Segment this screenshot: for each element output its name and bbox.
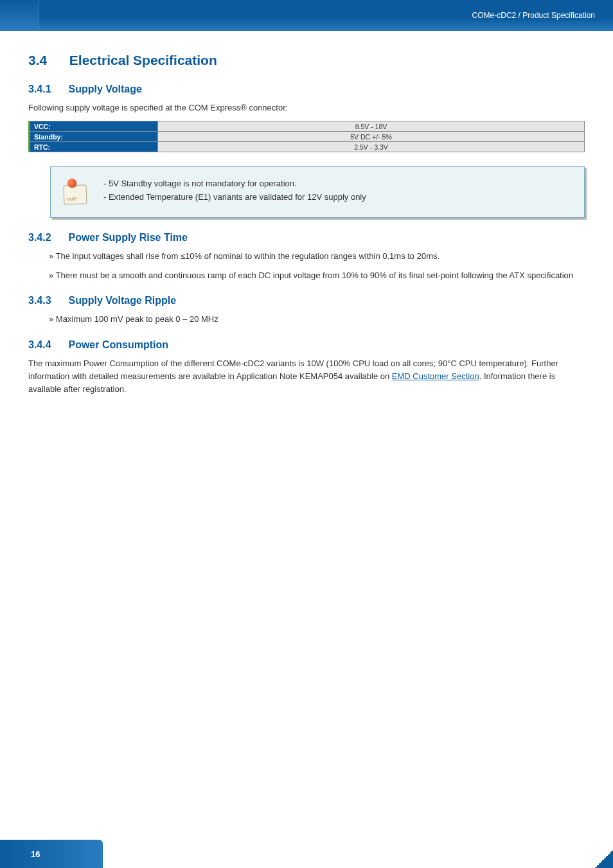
heading-number: 3.4.3 <box>28 295 66 306</box>
bullet-paragraph: » Maximum 100 mV peak to peak 0 – 20 MHz <box>49 313 585 326</box>
supply-voltage-table: VCC: 8.5V - 18V Standby: 5V DC +/- 5% RT… <box>28 121 585 152</box>
note-pin-icon <box>62 180 89 207</box>
section-3-4-3: 3.4.3 Supply Voltage Ripple » Maximum 10… <box>28 295 585 326</box>
page-header: COMe-cDC2 / Product Specification <box>0 0 613 31</box>
heading-3-4-1: 3.4.1 Supply Voltage <box>28 84 585 95</box>
row-label: RTC: <box>30 142 158 152</box>
section-3-4-1: 3.4.1 Supply Voltage Following supply vo… <box>28 84 585 218</box>
heading-number: 3.4.1 <box>28 84 66 95</box>
page-body: 3.4 Electrical Specification 3.4.1 Suppl… <box>0 31 613 396</box>
bullet-paragraph: » The input voltages shall rise from ≤10… <box>49 250 585 263</box>
note-text: - 5V Standby voltage is not mandatory fo… <box>103 177 366 204</box>
note-line: - 5V Standby voltage is not mandatory fo… <box>103 177 366 191</box>
page-footer: 16 <box>0 840 613 868</box>
paragraph: The maximum Power Consumption of the dif… <box>28 357 585 396</box>
heading-number: 3.4 <box>28 53 66 68</box>
heading-3-4-2: 3.4.2 Power Supply Rise Time <box>28 232 585 244</box>
bullet-paragraph: » There must be a smooth and continuous … <box>49 269 585 282</box>
heading-3-4-3: 3.4.3 Supply Voltage Ripple <box>28 295 585 306</box>
table-row: RTC: 2.5V - 3.3V <box>30 142 585 152</box>
header-left-accent <box>0 0 39 31</box>
heading-number: 3.4.2 <box>28 232 66 244</box>
heading-title: Supply Voltage <box>68 84 141 94</box>
row-label: VCC: <box>30 121 158 132</box>
breadcrumb: COMe-cDC2 / Product Specification <box>472 11 595 20</box>
paragraph-text: » There must be a smooth and continuous … <box>49 270 573 280</box>
heading-3-4-4: 3.4.4 Power Consumption <box>28 339 585 351</box>
section-3-4-2: 3.4.2 Power Supply Rise Time » The input… <box>28 232 585 282</box>
row-value: 8.5V - 18V <box>158 121 585 132</box>
heading-3-4: 3.4 Electrical Specification <box>28 53 585 68</box>
heading-number: 3.4.4 <box>28 339 66 351</box>
heading-title: Supply Voltage Ripple <box>68 295 176 306</box>
section-3-4: 3.4 Electrical Specification <box>28 53 585 68</box>
section-3-4-4: 3.4.4 Power Consumption The maximum Powe… <box>28 339 585 396</box>
table-row: Standby: 5V DC +/- 5% <box>30 132 585 142</box>
intro-paragraph: Following supply voltage is specified at… <box>28 102 585 114</box>
table-row: VCC: 8.5V - 18V <box>30 121 585 132</box>
page-number: 16 <box>31 849 40 859</box>
heading-title: Electrical Specification <box>69 53 217 67</box>
heading-title: Power Supply Rise Time <box>68 232 188 243</box>
note-line: - Extended Temperature (E1) variants are… <box>103 191 366 204</box>
row-value: 2.5V - 3.3V <box>158 142 585 152</box>
footer-corner-accent <box>595 850 613 868</box>
row-label: Standby: <box>30 132 158 142</box>
emd-customer-section-link[interactable]: EMD Customer Section <box>392 371 479 381</box>
row-value: 5V DC +/- 5% <box>158 132 585 142</box>
page-number-block: 16 <box>0 840 103 868</box>
note-callout: - 5V Standby voltage is not mandatory fo… <box>50 166 585 218</box>
heading-title: Power Consumption <box>68 339 168 350</box>
